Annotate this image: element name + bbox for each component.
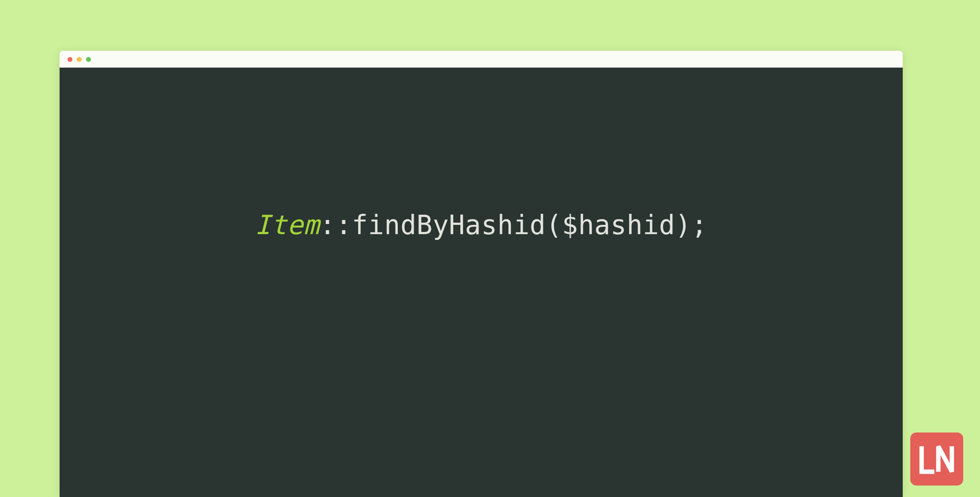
logo-badge bbox=[910, 433, 963, 486]
editor-window: Item::findByHashid($hashid); bbox=[60, 51, 903, 497]
code-line: Item::findByHashid($hashid); bbox=[255, 209, 707, 240]
window-maximize-dot[interactable] bbox=[86, 57, 91, 62]
logo-ln-icon bbox=[917, 439, 957, 479]
window-close-dot[interactable] bbox=[68, 57, 72, 62]
code-method-call: ::findByHashid($hashid); bbox=[320, 209, 708, 240]
code-editor-area: Item::findByHashid($hashid); bbox=[60, 68, 903, 497]
window-titlebar bbox=[60, 51, 903, 68]
code-class-name: Item bbox=[255, 209, 320, 240]
window-minimize-dot[interactable] bbox=[77, 57, 82, 62]
